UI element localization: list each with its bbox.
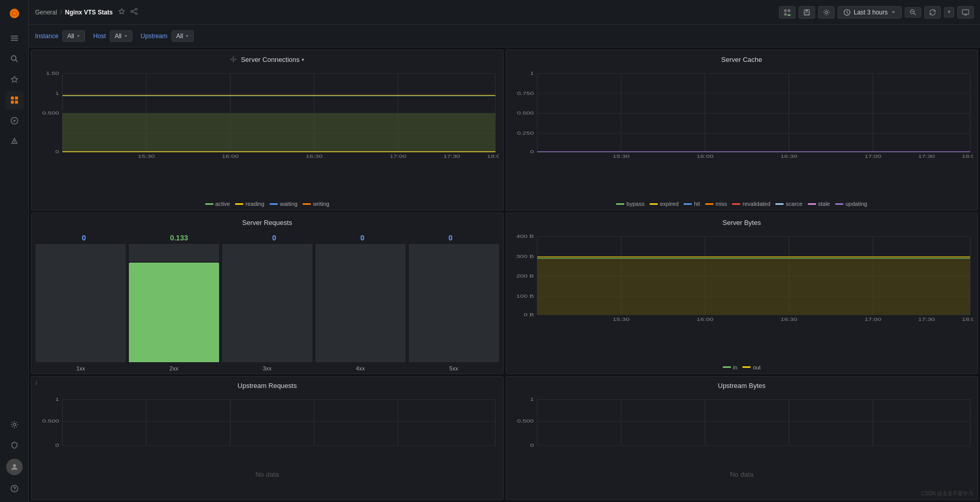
grafana-logo-icon[interactable] bbox=[5, 4, 24, 23]
svg-text:300 B: 300 B bbox=[516, 254, 534, 259]
svg-text:0.250: 0.250 bbox=[517, 131, 534, 136]
bar-value-4xx: 0 bbox=[360, 234, 364, 242]
search-icon[interactable] bbox=[5, 50, 24, 68]
breadcrumb-sep: / bbox=[60, 9, 62, 16]
instance-filter-select[interactable]: All bbox=[62, 30, 85, 42]
share-icon[interactable] bbox=[130, 8, 138, 17]
svg-text:1: 1 bbox=[530, 71, 534, 76]
svg-text:16:30: 16:30 bbox=[780, 154, 798, 159]
server-bytes-chart: 400 B 300 B 200 B 100 B 0 B 15:30 16:00 … bbox=[510, 232, 974, 322]
svg-text:18:00: 18:00 bbox=[961, 154, 973, 159]
upstream-filter-select[interactable]: All bbox=[172, 30, 194, 42]
sidebar-toggle-icon[interactable] bbox=[5, 29, 24, 47]
server-cache-header: Server Cache bbox=[506, 50, 978, 67]
legend-writing: writing bbox=[303, 201, 329, 207]
breadcrumb-current: Nginx VTS Stats bbox=[65, 9, 113, 16]
upstream-bytes-no-data: No data bbox=[510, 452, 974, 497]
breadcrumb-home[interactable]: General bbox=[35, 9, 57, 16]
settings-icon[interactable] bbox=[5, 415, 24, 434]
svg-marker-45 bbox=[77, 35, 79, 37]
drag-icon: ✛ bbox=[230, 55, 237, 64]
bar-5xx: 5xx bbox=[409, 244, 499, 371]
refresh-button[interactable] bbox=[924, 6, 941, 19]
svg-line-26 bbox=[132, 12, 135, 13]
legend-hit: hit bbox=[684, 201, 700, 207]
starred-icon[interactable] bbox=[5, 70, 24, 89]
upstream-bytes-body: 1 0.500 0 No data bbox=[506, 393, 978, 499]
server-bytes-body: 400 B 300 B 200 B 100 B 0 B 15:30 16:00 … bbox=[506, 230, 978, 362]
upstream-bytes-header: Upstream Bytes bbox=[506, 377, 978, 393]
legend-revalidated: revalidated bbox=[732, 201, 770, 207]
svg-text:18:00: 18:00 bbox=[961, 317, 973, 322]
save-button[interactable] bbox=[799, 6, 815, 19]
legend-waiting: waiting bbox=[270, 201, 297, 207]
upstream-requests-body: 1 0.500 0 No data bbox=[31, 393, 503, 499]
svg-point-35 bbox=[825, 11, 827, 13]
zoom-out-button[interactable] bbox=[905, 7, 921, 18]
svg-text:0.500: 0.500 bbox=[517, 110, 534, 116]
info-icon-label: i bbox=[36, 380, 37, 386]
server-bytes-title: Server Bytes bbox=[723, 219, 761, 226]
host-filter-label: Host bbox=[93, 33, 106, 40]
svg-rect-34 bbox=[805, 12, 809, 14]
upstream-filter-label: Upstream bbox=[141, 33, 168, 40]
panel-dropdown-icon[interactable]: ▾ bbox=[302, 57, 304, 62]
bar-label-4xx: 4xx bbox=[315, 363, 406, 371]
svg-rect-28 bbox=[788, 9, 790, 11]
main-content: General / Nginx VTS Stats bbox=[29, 0, 980, 502]
server-connections-header: ✛ Server Connections ▾ bbox=[31, 50, 503, 67]
server-requests-header: Server Requests bbox=[31, 213, 503, 230]
svg-text:1.50: 1.50 bbox=[46, 71, 59, 76]
svg-text:16:30: 16:30 bbox=[306, 154, 323, 159]
filter-bar: Instance All Host All Upstream All bbox=[29, 25, 980, 47]
svg-rect-42 bbox=[962, 9, 969, 14]
svg-text:0: 0 bbox=[55, 149, 59, 154]
dropdown-refresh-button[interactable] bbox=[944, 7, 954, 18]
svg-text:0: 0 bbox=[55, 443, 59, 447]
host-filter-select[interactable]: All bbox=[110, 30, 132, 42]
user-avatar[interactable] bbox=[6, 459, 23, 475]
svg-marker-21 bbox=[119, 9, 124, 14]
server-cache-body: 1 0.750 0.500 0.250 0 15:30 16:00 16:30 … bbox=[506, 67, 978, 199]
bar-label-2xx: 2xx bbox=[129, 363, 219, 371]
bar-label-1xx: 1xx bbox=[36, 363, 126, 371]
svg-text:0.500: 0.500 bbox=[42, 418, 59, 423]
svg-line-25 bbox=[132, 10, 135, 11]
svg-rect-3 bbox=[11, 36, 18, 37]
svg-rect-9 bbox=[11, 96, 14, 100]
upstream-requests-title: Upstream Requests bbox=[238, 382, 297, 390]
server-connections-body: 1.50 1 0.500 0 15:30 16:00 16:30 17:00 1… bbox=[31, 67, 503, 199]
upstream-requests-no-data: No data bbox=[36, 452, 499, 497]
legend-reading: reading bbox=[235, 201, 264, 207]
server-cache-legend: bypass expired hit miss revalidated bbox=[506, 199, 978, 210]
explore-icon[interactable] bbox=[5, 111, 24, 130]
legend-active: active bbox=[205, 201, 230, 207]
star-favorite-icon[interactable] bbox=[118, 8, 125, 17]
server-bytes-panel: Server Bytes 400 B bbox=[506, 213, 978, 374]
dashboards-icon[interactable] bbox=[5, 91, 24, 109]
tv-mode-button[interactable] bbox=[957, 6, 974, 19]
add-panel-button[interactable] bbox=[779, 6, 795, 19]
svg-marker-69 bbox=[62, 114, 495, 152]
svg-text:0.500: 0.500 bbox=[42, 110, 59, 116]
svg-point-20 bbox=[14, 490, 15, 491]
help-icon[interactable] bbox=[5, 479, 24, 498]
watermark: CSDN @圣圣不爱学习 bbox=[921, 490, 973, 497]
alerting-icon[interactable] bbox=[5, 132, 24, 151]
server-cache-chart: 1 0.750 0.500 0.250 0 15:30 16:00 16:30 … bbox=[510, 69, 974, 159]
bar-value-3xx: 0 bbox=[272, 234, 276, 242]
svg-marker-37 bbox=[892, 11, 895, 13]
svg-text:15:30: 15:30 bbox=[612, 154, 629, 159]
shield-icon[interactable] bbox=[5, 436, 24, 455]
svg-text:16:00: 16:00 bbox=[222, 154, 239, 159]
legend-miss: miss bbox=[705, 201, 727, 207]
topbar: General / Nginx VTS Stats bbox=[29, 0, 980, 25]
svg-point-17 bbox=[13, 424, 15, 426]
server-connections-title: Server Connections bbox=[241, 56, 300, 63]
settings-cog-button[interactable] bbox=[818, 6, 835, 19]
svg-rect-11 bbox=[11, 101, 14, 104]
server-connections-panel: ✛ Server Connections ▾ bbox=[31, 50, 504, 210]
time-range-picker[interactable]: Last 3 hours bbox=[838, 6, 902, 19]
bar-value-2xx: 0.133 bbox=[170, 234, 188, 242]
bar-value-1xx: 0 bbox=[82, 234, 86, 242]
